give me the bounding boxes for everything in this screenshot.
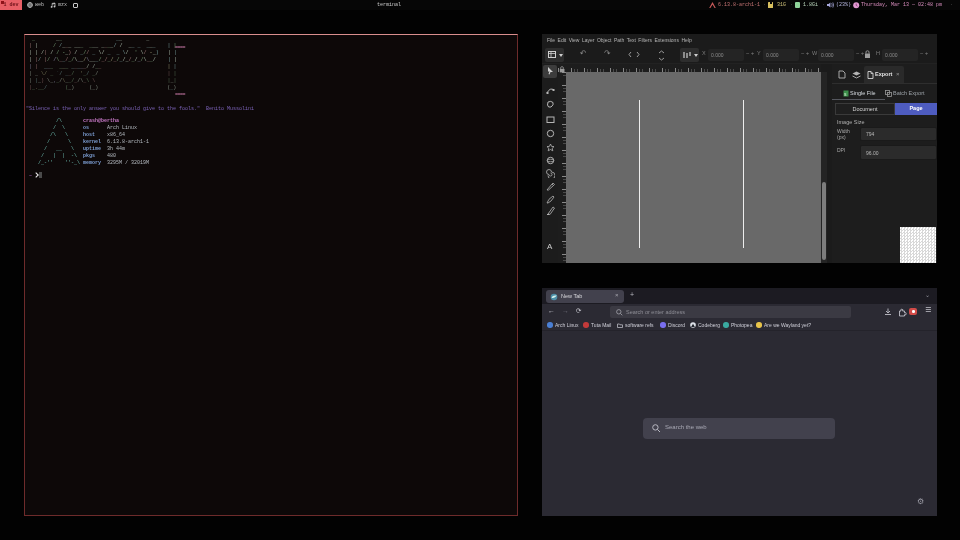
svg-text:A: A [547, 242, 553, 250]
